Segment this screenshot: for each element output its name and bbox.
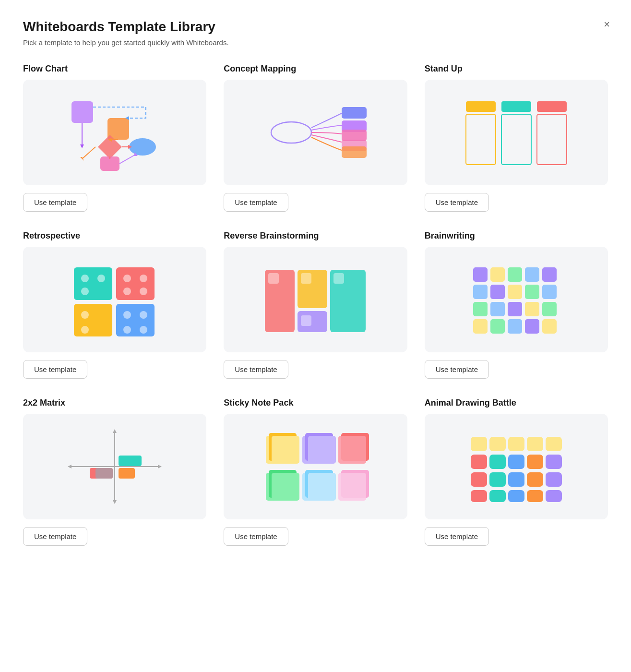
svg-point-3	[129, 138, 156, 156]
svg-point-41	[81, 326, 89, 334]
svg-rect-54	[333, 273, 344, 284]
svg-rect-112	[527, 455, 543, 469]
use-template-button-concept-mapping[interactable]: Use template	[224, 193, 288, 212]
svg-rect-107	[527, 437, 543, 451]
svg-rect-52	[301, 315, 311, 326]
svg-rect-108	[546, 437, 562, 451]
template-item-brainwriting: Brainwriting	[425, 231, 608, 379]
svg-marker-8	[80, 144, 84, 148]
sticky-note-pack-illustration	[260, 427, 370, 506]
svg-rect-62	[490, 285, 505, 299]
svg-rect-64	[525, 285, 539, 299]
svg-rect-21	[342, 130, 367, 141]
svg-rect-111	[508, 455, 524, 469]
svg-rect-113	[546, 455, 562, 469]
svg-rect-119	[471, 490, 487, 502]
template-name-flow-chart: Flow Chart	[23, 64, 206, 74]
svg-rect-34	[116, 267, 155, 300]
template-preview-concept-mapping	[224, 80, 407, 185]
svg-rect-71	[473, 319, 488, 334]
svg-rect-19	[342, 107, 367, 119]
svg-rect-30	[74, 267, 112, 300]
svg-point-46	[140, 326, 147, 334]
svg-point-43	[123, 311, 131, 319]
svg-rect-48	[268, 273, 279, 284]
retrospective-illustration	[67, 260, 163, 339]
template-item-retrospective: Retrospective	[23, 231, 206, 379]
templates-grid: Flow Chart	[23, 64, 608, 546]
use-template-button-stand-up[interactable]: Use template	[425, 193, 489, 212]
svg-rect-23	[342, 146, 367, 158]
svg-rect-66	[473, 302, 488, 316]
svg-rect-118	[546, 472, 562, 487]
svg-point-33	[81, 288, 89, 295]
svg-rect-116	[508, 472, 524, 487]
svg-rect-63	[508, 285, 522, 299]
svg-rect-60	[542, 267, 557, 282]
template-preview-reverse-brainstorming	[224, 247, 407, 352]
use-template-button-flow-chart[interactable]: Use template	[23, 193, 87, 212]
svg-rect-68	[508, 302, 522, 316]
svg-rect-27	[466, 114, 496, 165]
template-preview-sticky-note-pack	[224, 414, 407, 519]
template-preview-animal-drawing-battle	[425, 414, 608, 519]
svg-rect-110	[489, 455, 506, 469]
svg-rect-122	[527, 490, 543, 502]
svg-marker-78	[113, 429, 117, 433]
close-button[interactable]: ×	[602, 17, 612, 32]
svg-point-36	[140, 275, 147, 282]
use-template-button-reverse-brainstorming[interactable]: Use template	[224, 360, 288, 379]
use-template-button-animal-drawing-battle[interactable]: Use template	[425, 527, 489, 546]
template-item-sticky-note-pack: Sticky Note Pack	[224, 398, 407, 546]
template-name-2x2-matrix: 2x2 Matrix	[23, 398, 206, 408]
svg-rect-61	[473, 285, 488, 299]
svg-rect-69	[525, 302, 539, 316]
template-name-brainwriting: Brainwriting	[425, 231, 608, 241]
svg-rect-94	[338, 436, 366, 464]
svg-rect-100	[308, 473, 336, 501]
template-name-retrospective: Retrospective	[23, 231, 206, 241]
template-item-2x2-matrix: 2x2 Matrix	[23, 398, 206, 546]
svg-line-14	[119, 154, 136, 164]
template-item-stand-up: Stand Up Use template	[425, 64, 608, 212]
svg-rect-97	[272, 473, 299, 501]
use-template-button-retrospective[interactable]: Use template	[23, 360, 87, 379]
use-template-button-sticky-note-pack[interactable]: Use template	[224, 527, 288, 546]
svg-rect-85	[95, 468, 113, 479]
svg-rect-28	[501, 114, 531, 165]
flow-chart-illustration	[62, 92, 167, 173]
use-template-button-brainwriting[interactable]: Use template	[425, 360, 489, 379]
svg-rect-117	[527, 472, 543, 487]
svg-point-44	[140, 311, 147, 319]
svg-rect-104	[471, 437, 487, 451]
svg-rect-73	[508, 319, 522, 334]
svg-rect-91	[308, 436, 336, 464]
svg-rect-42	[116, 304, 155, 336]
dialog-subtitle: Pick a template to help you get started …	[23, 38, 608, 47]
svg-point-40	[81, 311, 89, 319]
dialog-title: Whiteboards Template Library	[23, 19, 608, 35]
svg-rect-121	[508, 490, 524, 502]
svg-point-37	[123, 288, 131, 295]
svg-rect-106	[508, 437, 524, 451]
brainwriting-illustration	[464, 260, 569, 339]
svg-rect-74	[525, 319, 539, 334]
svg-rect-123	[546, 490, 562, 502]
svg-rect-105	[489, 437, 506, 451]
stand-up-illustration	[459, 94, 574, 171]
svg-point-31	[81, 275, 89, 282]
svg-rect-103	[338, 473, 366, 501]
svg-rect-50	[301, 273, 311, 284]
template-name-stand-up: Stand Up	[425, 64, 608, 74]
svg-rect-25	[501, 101, 531, 112]
svg-point-45	[123, 326, 131, 334]
use-template-button-2x2-matrix[interactable]: Use template	[23, 527, 87, 546]
svg-rect-120	[489, 490, 506, 502]
svg-rect-88	[272, 436, 299, 464]
concept-mapping-illustration	[258, 92, 373, 173]
svg-point-35	[123, 275, 131, 282]
animal-drawing-battle-illustration	[464, 430, 569, 504]
svg-marker-79	[113, 500, 117, 504]
template-preview-stand-up	[425, 80, 608, 185]
svg-rect-67	[490, 302, 505, 316]
